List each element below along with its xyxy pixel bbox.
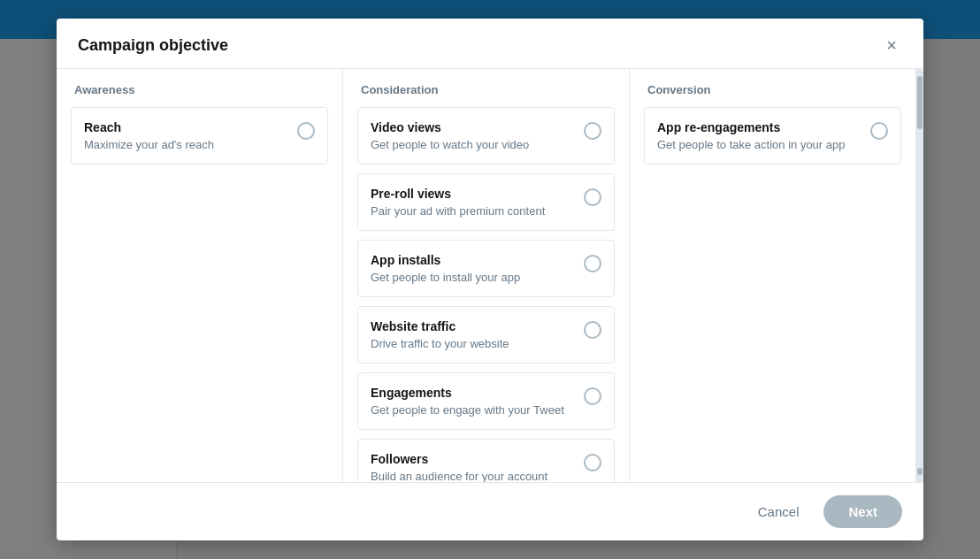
consideration-column-title: Consideration [357,83,615,96]
scrollbar-thumb-bottom [917,468,923,475]
next-button[interactable]: Next [823,495,902,528]
modal-title: Campaign objective [78,36,228,55]
awareness-column-title: Awareness [71,83,328,96]
conversion-column: Conversion App re-engagements Get people… [630,69,916,482]
objective-desc-website-traffic: Drive traffic to your website [371,337,575,350]
modal-overlay: Campaign objective × Awareness Reach Max… [0,0,980,559]
radio-app-installs[interactable] [584,255,601,272]
radio-followers[interactable] [584,454,601,471]
objective-desc-pre-roll: Pair your ad with premium content [371,204,575,218]
objective-card-pre-roll[interactable]: Pre-roll views Pair your ad with premium… [357,173,615,231]
awareness-column: Awareness Reach Maximize your ad's reach [57,69,343,482]
objective-card-app-installs[interactable]: App installs Get people to install your … [357,240,615,297]
objective-name-engagements: Engagements [371,386,575,400]
objective-card-app-re-engagements[interactable]: App re-engagements Get people to take ac… [644,107,901,165]
conversion-column-title: Conversion [644,83,901,96]
objective-card-website-traffic[interactable]: Website traffic Drive traffic to your we… [357,306,615,364]
objective-desc-followers: Build an audience for your account [371,470,575,482]
objective-desc-app-installs: Get people to install your app [371,271,575,284]
objective-name-app-installs: App installs [371,253,575,267]
objective-desc-app-re-engagements: Get people to take action in your app [657,138,861,151]
radio-engagements[interactable] [584,387,601,405]
objective-name-reach: Reach [84,120,288,134]
cancel-button[interactable]: Cancel [744,497,814,526]
scrollbar-thumb-top [917,76,923,129]
radio-pre-roll[interactable] [584,188,601,206]
objective-name-app-re-engagements: App re-engagements [657,120,861,134]
radio-website-traffic[interactable] [584,321,601,339]
radio-video-views[interactable] [584,122,601,140]
radio-app-re-engagements[interactable] [870,122,888,140]
consideration-column: Consideration Video views Get people to … [343,69,630,482]
modal-header: Campaign objective × [57,19,923,69]
objective-name-pre-roll: Pre-roll views [371,187,575,201]
campaign-objective-modal: Campaign objective × Awareness Reach Max… [57,19,923,540]
objective-card-followers[interactable]: Followers Build an audience for your acc… [357,439,615,482]
modal-body: Awareness Reach Maximize your ad's reach… [57,69,923,482]
objective-desc-reach: Maximize your ad's reach [84,138,288,151]
objective-name-website-traffic: Website traffic [371,319,575,333]
objective-desc-engagements: Get people to engage with your Tweet [371,403,575,417]
objective-name-video-views: Video views [371,120,575,134]
objective-card-engagements[interactable]: Engagements Get people to engage with yo… [357,372,615,430]
radio-reach[interactable] [297,122,315,140]
objective-name-followers: Followers [371,452,575,466]
scrollbar-track[interactable] [916,69,923,482]
objective-desc-video-views: Get people to watch your video [371,138,575,151]
close-button[interactable]: × [881,34,902,56]
objective-card-video-views[interactable]: Video views Get people to watch your vid… [357,107,615,165]
modal-footer: Cancel Next [57,482,923,540]
objective-card-reach[interactable]: Reach Maximize your ad's reach [71,107,328,165]
